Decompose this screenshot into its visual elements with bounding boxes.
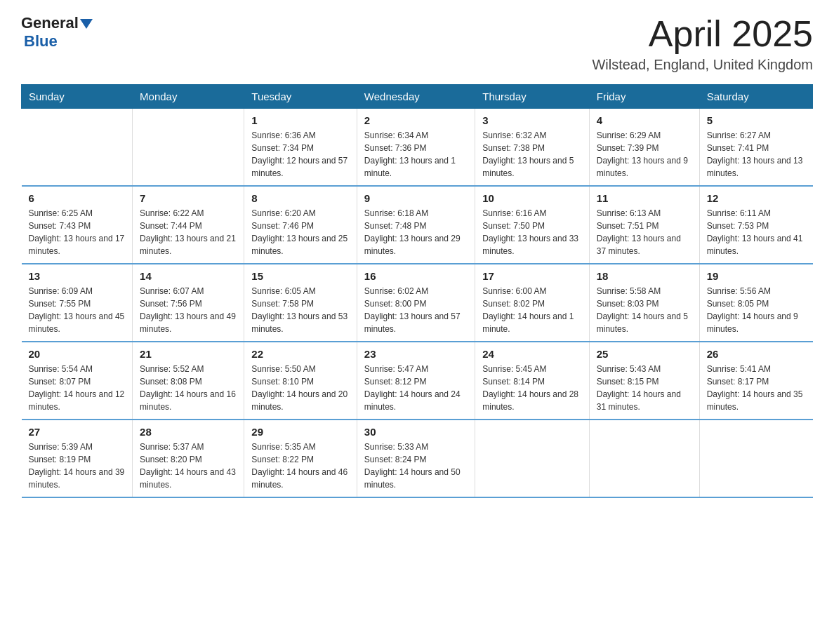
day-number: 1 (251, 114, 350, 126)
day-cell: 8Sunrise: 6:20 AMSunset: 7:46 PMDaylight… (244, 186, 357, 264)
day-number: 3 (482, 114, 582, 126)
col-header-wednesday: Wednesday (357, 85, 475, 109)
day-cell: 7Sunrise: 6:22 AMSunset: 7:44 PMDaylight… (133, 186, 244, 264)
day-cell: 23Sunrise: 5:47 AMSunset: 8:12 PMDayligh… (357, 342, 475, 420)
day-info: Sunrise: 6:05 AMSunset: 7:58 PMDaylight:… (251, 285, 350, 335)
page-header: General Blue April 2025 Wilstead, Englan… (21, 14, 813, 73)
day-info: Sunrise: 6:13 AMSunset: 7:51 PMDaylight:… (597, 207, 692, 257)
day-number: 17 (482, 270, 582, 282)
day-cell: 27Sunrise: 5:39 AMSunset: 8:19 PMDayligh… (22, 420, 133, 497)
day-number: 8 (251, 192, 350, 204)
day-info: Sunrise: 5:54 AMSunset: 8:07 PMDaylight:… (29, 363, 126, 413)
day-cell: 3Sunrise: 6:32 AMSunset: 7:38 PMDaylight… (475, 109, 590, 187)
day-number: 23 (364, 348, 468, 360)
col-header-thursday: Thursday (475, 85, 590, 109)
header-row: SundayMondayTuesdayWednesdayThursdayFrid… (22, 85, 813, 109)
col-header-tuesday: Tuesday (244, 85, 357, 109)
day-cell: 21Sunrise: 5:52 AMSunset: 8:08 PMDayligh… (133, 342, 244, 420)
day-number: 7 (140, 192, 237, 204)
location-text: Wilstead, England, United Kingdom (592, 57, 813, 73)
day-cell: 10Sunrise: 6:16 AMSunset: 7:50 PMDayligh… (475, 186, 590, 264)
week-row-5: 27Sunrise: 5:39 AMSunset: 8:19 PMDayligh… (22, 420, 813, 497)
day-number: 28 (140, 426, 237, 438)
day-info: Sunrise: 6:25 AMSunset: 7:43 PMDaylight:… (29, 207, 126, 257)
calendar-body: 1Sunrise: 6:36 AMSunset: 7:34 PMDaylight… (22, 109, 813, 498)
day-info: Sunrise: 6:07 AMSunset: 7:56 PMDaylight:… (140, 285, 237, 335)
day-cell: 17Sunrise: 6:00 AMSunset: 8:02 PMDayligh… (475, 264, 590, 342)
day-cell: 16Sunrise: 6:02 AMSunset: 8:00 PMDayligh… (357, 264, 475, 342)
day-number: 13 (29, 270, 126, 282)
day-cell: 11Sunrise: 6:13 AMSunset: 7:51 PMDayligh… (589, 186, 699, 264)
day-cell (589, 420, 699, 497)
day-cell: 9Sunrise: 6:18 AMSunset: 7:48 PMDaylight… (357, 186, 475, 264)
day-cell: 18Sunrise: 5:58 AMSunset: 8:03 PMDayligh… (589, 264, 699, 342)
week-row-3: 13Sunrise: 6:09 AMSunset: 7:55 PMDayligh… (22, 264, 813, 342)
col-header-saturday: Saturday (699, 85, 812, 109)
day-info: Sunrise: 6:18 AMSunset: 7:48 PMDaylight:… (364, 207, 468, 257)
day-number: 25 (597, 348, 692, 360)
day-info: Sunrise: 5:43 AMSunset: 8:15 PMDaylight:… (597, 363, 692, 413)
day-cell: 12Sunrise: 6:11 AMSunset: 7:53 PMDayligh… (699, 186, 812, 264)
day-info: Sunrise: 6:02 AMSunset: 8:00 PMDaylight:… (364, 285, 468, 335)
day-info: Sunrise: 6:20 AMSunset: 7:46 PMDaylight:… (251, 207, 350, 257)
col-header-friday: Friday (589, 85, 699, 109)
day-cell: 26Sunrise: 5:41 AMSunset: 8:17 PMDayligh… (699, 342, 812, 420)
day-number: 21 (140, 348, 237, 360)
day-cell: 13Sunrise: 6:09 AMSunset: 7:55 PMDayligh… (22, 264, 133, 342)
day-info: Sunrise: 5:35 AMSunset: 8:22 PMDaylight:… (251, 441, 350, 491)
day-number: 6 (29, 192, 126, 204)
day-info: Sunrise: 6:29 AMSunset: 7:39 PMDaylight:… (597, 129, 692, 180)
day-cell: 28Sunrise: 5:37 AMSunset: 8:20 PMDayligh… (133, 420, 244, 497)
svg-marker-0 (80, 19, 93, 29)
day-cell (133, 109, 244, 187)
day-info: Sunrise: 6:36 AMSunset: 7:34 PMDaylight:… (251, 129, 350, 180)
logo-blue-text: Blue (24, 32, 58, 51)
day-cell: 15Sunrise: 6:05 AMSunset: 7:58 PMDayligh… (244, 264, 357, 342)
day-number: 20 (29, 348, 126, 360)
day-info: Sunrise: 5:56 AMSunset: 8:05 PMDaylight:… (707, 285, 806, 335)
day-info: Sunrise: 6:00 AMSunset: 8:02 PMDaylight:… (482, 285, 582, 335)
day-number: 24 (482, 348, 582, 360)
day-number: 10 (482, 192, 582, 204)
day-cell: 24Sunrise: 5:45 AMSunset: 8:14 PMDayligh… (475, 342, 590, 420)
month-title: April 2025 (592, 14, 813, 54)
day-number: 27 (29, 426, 126, 438)
day-number: 19 (707, 270, 806, 282)
day-cell: 29Sunrise: 5:35 AMSunset: 8:22 PMDayligh… (244, 420, 357, 497)
day-number: 18 (597, 270, 692, 282)
day-number: 2 (364, 114, 468, 126)
day-info: Sunrise: 5:58 AMSunset: 8:03 PMDaylight:… (597, 285, 692, 335)
day-cell: 6Sunrise: 6:25 AMSunset: 7:43 PMDaylight… (22, 186, 133, 264)
day-info: Sunrise: 5:37 AMSunset: 8:20 PMDaylight:… (140, 441, 237, 491)
day-cell: 20Sunrise: 5:54 AMSunset: 8:07 PMDayligh… (22, 342, 133, 420)
day-info: Sunrise: 6:22 AMSunset: 7:44 PMDaylight:… (140, 207, 237, 257)
day-info: Sunrise: 6:09 AMSunset: 7:55 PMDaylight:… (29, 285, 126, 335)
day-info: Sunrise: 6:11 AMSunset: 7:53 PMDaylight:… (707, 207, 806, 257)
day-number: 26 (707, 348, 806, 360)
day-info: Sunrise: 5:50 AMSunset: 8:10 PMDaylight:… (251, 363, 350, 413)
day-number: 4 (597, 114, 692, 126)
day-number: 11 (597, 192, 692, 204)
day-info: Sunrise: 6:32 AMSunset: 7:38 PMDaylight:… (482, 129, 582, 180)
day-number: 29 (251, 426, 350, 438)
week-row-1: 1Sunrise: 6:36 AMSunset: 7:34 PMDaylight… (22, 109, 813, 187)
title-block: April 2025 Wilstead, England, United Kin… (592, 14, 813, 73)
day-cell (699, 420, 812, 497)
day-number: 14 (140, 270, 237, 282)
col-header-monday: Monday (133, 85, 244, 109)
day-cell: 2Sunrise: 6:34 AMSunset: 7:36 PMDaylight… (357, 109, 475, 187)
day-cell: 4Sunrise: 6:29 AMSunset: 7:39 PMDaylight… (589, 109, 699, 187)
day-info: Sunrise: 5:47 AMSunset: 8:12 PMDaylight:… (364, 363, 468, 413)
day-number: 12 (707, 192, 806, 204)
day-cell: 22Sunrise: 5:50 AMSunset: 8:10 PMDayligh… (244, 342, 357, 420)
day-number: 30 (364, 426, 468, 438)
day-cell: 25Sunrise: 5:43 AMSunset: 8:15 PMDayligh… (589, 342, 699, 420)
day-cell: 30Sunrise: 5:33 AMSunset: 8:24 PMDayligh… (357, 420, 475, 497)
day-number: 22 (251, 348, 350, 360)
day-number: 9 (364, 192, 468, 204)
day-info: Sunrise: 5:45 AMSunset: 8:14 PMDaylight:… (482, 363, 582, 413)
day-info: Sunrise: 6:27 AMSunset: 7:41 PMDaylight:… (707, 129, 806, 180)
day-cell: 14Sunrise: 6:07 AMSunset: 7:56 PMDayligh… (133, 264, 244, 342)
day-info: Sunrise: 5:52 AMSunset: 8:08 PMDaylight:… (140, 363, 237, 413)
day-info: Sunrise: 6:16 AMSunset: 7:50 PMDaylight:… (482, 207, 582, 257)
